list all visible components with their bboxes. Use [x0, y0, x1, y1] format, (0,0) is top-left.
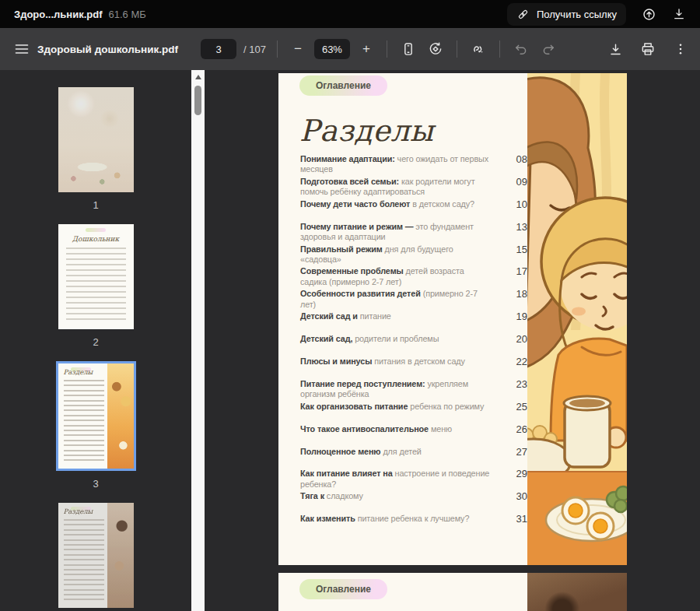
- toc-entry: Как изменить питание ребенка к лучшему?3…: [300, 514, 527, 536]
- toc-page-number: 27: [516, 447, 527, 457]
- divider: [457, 40, 457, 58]
- toc-page-number: 15: [516, 244, 527, 255]
- thumbnail-page-number: 3: [93, 478, 98, 490]
- pdf-viewer-window: Здоро...льник.pdf 61.6 МБ Получить ссылк…: [0, 0, 700, 611]
- toc-list: Понимание адаптации: чего ожидать от пер…: [300, 154, 527, 536]
- undo-icon[interactable]: [511, 39, 531, 59]
- toc-entry: Особенности развития детей (примерно 2-7…: [300, 289, 527, 311]
- menu-icon[interactable]: [14, 41, 30, 57]
- upload-icon[interactable]: [642, 7, 656, 22]
- redo-icon[interactable]: [538, 39, 558, 59]
- toc-page-number: 30: [516, 491, 527, 501]
- section-badge: Оглавление: [299, 579, 387, 599]
- toc-page-number: 22: [516, 356, 527, 367]
- toc-entry: Подготовка всей семьи: как родители могу…: [300, 177, 527, 199]
- page-number-input[interactable]: [201, 39, 236, 59]
- page-thumbnail[interactable]: [58, 87, 134, 192]
- toc-entry: Современные проблемы детей возраста сади…: [300, 266, 527, 289]
- pdf-page-4: Оглавление: [278, 573, 627, 611]
- thumbnail-page-number: 2: [93, 336, 98, 348]
- page-thumbnail[interactable]: Дошкольник: [58, 224, 134, 329]
- toc-page-number: 17: [516, 266, 527, 276]
- thumbnail-item: 1: [58, 87, 134, 211]
- next-page-photo: [527, 573, 627, 611]
- toc-entry: Почему дети часто болеют в детском саду?…: [300, 199, 527, 222]
- toc-page-number: 23: [516, 379, 527, 389]
- file-size: 61.6 МБ: [108, 9, 145, 20]
- page-thumbnail[interactable]: Разделы: [58, 503, 134, 608]
- toc-entry: Правильный режим дня для будущего «садов…: [300, 244, 527, 267]
- link-icon: [516, 8, 530, 21]
- toc-entry: Питание перед поступлением: укрепляем ор…: [300, 379, 527, 402]
- rotate-button[interactable]: [425, 39, 446, 59]
- toc-page-number: 13: [516, 222, 527, 232]
- toc-entry: Как организовать питание ребенка по режи…: [300, 402, 527, 424]
- thumbnail-item: Дошкольник2: [58, 224, 134, 348]
- toc-page-number: 09: [516, 177, 527, 187]
- toc-page-number: 18: [516, 289, 527, 299]
- thumbnail-page-number: 1: [93, 199, 98, 211]
- toc-entry: Детский сад, родители и проблемы20: [300, 334, 527, 356]
- get-link-label: Получить ссылку: [537, 9, 617, 20]
- pdf-page-3: Оглавление Разделы Понимание адаптации: …: [278, 73, 627, 565]
- toc-entry: Понимание адаптации: чего ожидать от пер…: [300, 154, 527, 177]
- toc-entry: Полноценное меню для детей27: [300, 447, 527, 469]
- scrollbar-thumb[interactable]: [194, 86, 201, 115]
- thumbnail-panel: 1Дошкольник2Разделы3Разделы: [0, 70, 191, 611]
- download-icon[interactable]: [605, 39, 625, 59]
- toc-page-number: 29: [516, 469, 527, 479]
- file-name: Здоро...льник.pdf: [14, 9, 102, 20]
- section-badge: Оглавление: [299, 75, 387, 96]
- toc-page-number: 08: [516, 154, 527, 164]
- thumbnail-item: Разделы3: [56, 361, 136, 490]
- toc-page-number: 10: [516, 199, 527, 209]
- divider: [277, 40, 278, 58]
- toc-page-number: 19: [516, 311, 527, 321]
- toc-page-number: 25: [516, 402, 527, 412]
- divider: [499, 40, 500, 58]
- toc-page-number: 20: [516, 334, 527, 344]
- get-link-button[interactable]: Получить ссылку: [507, 3, 626, 26]
- viewer-toolbar: Здоровый дошкольник.pdf / 107 − 63% +: [0, 28, 700, 70]
- download-icon[interactable]: [672, 7, 686, 21]
- toc-entry: Почему питание и режим — это фундамент з…: [300, 222, 527, 244]
- page-title: Разделы: [299, 114, 434, 148]
- toc-page-number: 26: [516, 424, 527, 434]
- thumbnail-item: Разделы: [58, 503, 134, 611]
- page-thumbnail[interactable]: Разделы: [56, 361, 136, 471]
- document-title: Здоровый дошкольник.pdf: [37, 28, 178, 70]
- print-icon[interactable]: [638, 39, 658, 59]
- mother-child-illustration: [527, 73, 627, 565]
- toc-entry: Тяга к сладкому30: [300, 491, 527, 514]
- toc-page-number: 31: [516, 514, 527, 524]
- toc-entry: Как питание влияет на настроение и повед…: [300, 469, 527, 491]
- more-options-icon[interactable]: [670, 39, 691, 59]
- zoom-in-button[interactable]: +: [357, 39, 376, 59]
- scrollbar-up-button[interactable]: [191, 70, 205, 83]
- page-count: / 107: [243, 44, 266, 55]
- divider: [387, 40, 387, 58]
- zoom-out-button[interactable]: −: [289, 39, 307, 59]
- zoom-level[interactable]: 63%: [314, 39, 350, 59]
- toc-entry: Детский сад и питание19: [300, 311, 527, 334]
- sidebar-scrollbar[interactable]: [191, 70, 205, 611]
- viewer-content: 1Дошкольник2Разделы3Разделы Оглавление Р…: [0, 70, 700, 611]
- top-bar: Здоро...льник.pdf 61.6 МБ Получить ссылк…: [0, 0, 700, 28]
- toc-entry: Что такое антивоспалительное меню26: [300, 424, 527, 447]
- draw-icon[interactable]: [468, 39, 488, 59]
- fit-page-button[interactable]: [398, 39, 418, 59]
- toc-entry: Плюсы и минусы питания в детском саду22: [300, 356, 527, 379]
